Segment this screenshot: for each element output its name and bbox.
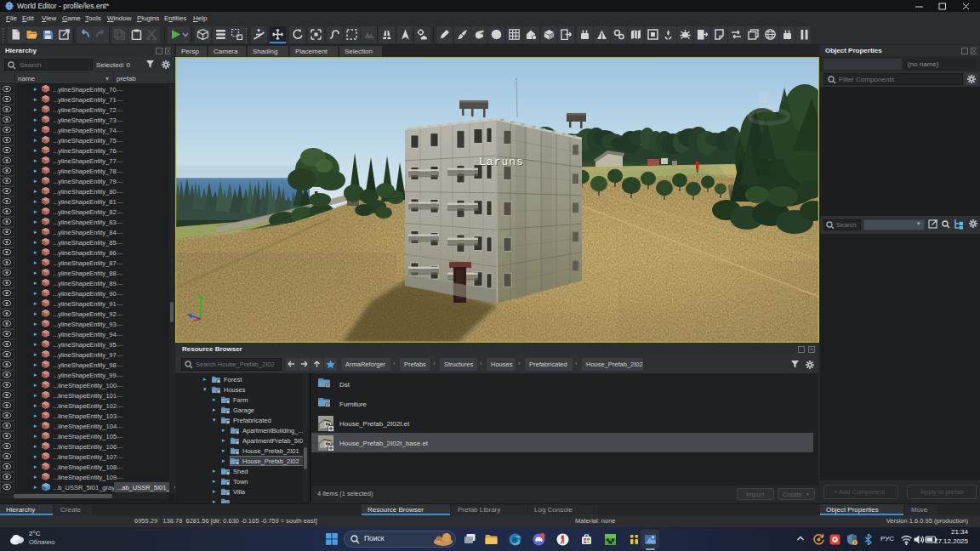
svg-text:Laruns: Laruns xyxy=(479,156,524,168)
